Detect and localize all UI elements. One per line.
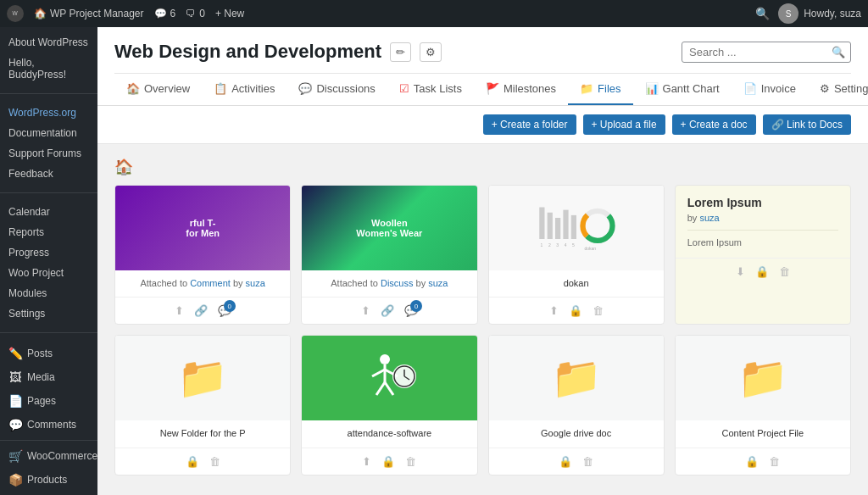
download-icon-4[interactable]: ⬇ (736, 265, 745, 278)
move-icon-2[interactable]: ⬆ (361, 304, 370, 317)
tab-gantt-label: Gantt Chart (663, 82, 720, 95)
project-settings-button[interactable]: ⚙ (420, 42, 442, 62)
sidebar-item-reports[interactable]: Reports (0, 222, 97, 242)
lock-icon-6[interactable]: 🔒 (381, 455, 395, 468)
file-card-attendance[interactable]: attendance-software ⬆ 🔒 🗑 (301, 335, 477, 475)
file-card-tshirt[interactable]: rful T-for Men Attached to Comment by su… (114, 185, 291, 325)
lock-icon-4[interactable]: 🔒 (755, 265, 769, 278)
lorem-title: Lorem Ipsum (676, 186, 850, 213)
tab-task-lists[interactable]: ☑ Task Lists (387, 74, 474, 105)
sidebar-item-media[interactable]: 🖼 Media (0, 365, 97, 389)
media-icon: 🖼 (8, 370, 22, 384)
move-icon[interactable]: ⬆ (175, 304, 184, 317)
dokan-chart-svg: 1 2 3 4 5 dokan (534, 192, 619, 264)
sidebar-item-calendar[interactable]: Calendar (0, 202, 97, 222)
lorem-by: by suza (676, 213, 850, 230)
sidebar-item-progress[interactable]: Progress (0, 242, 97, 263)
delete-icon-3[interactable]: 🗑 (593, 304, 604, 317)
sidebar-item-pages[interactable]: 📄 Pages (0, 389, 97, 413)
sidebar-item-products[interactable]: 📦 Products (0, 468, 97, 492)
admin-bar-user[interactable]: S Howdy, suza (778, 3, 861, 24)
lock-icon-7[interactable]: 🔒 (559, 455, 572, 468)
attendance-filename: attendance-software (310, 427, 468, 440)
sidebar-item-settings-proj[interactable]: Settings (0, 303, 97, 324)
sidebar: About WordPress Hello, BuddyPress! WordP… (0, 27, 97, 495)
comment-icon[interactable]: 💬 0 (218, 304, 231, 317)
delete-icon-6[interactable]: 🗑 (405, 455, 416, 468)
file-dokan-actions: ⬆ 🔒 🗑 (489, 297, 664, 324)
sidebar-item-support-forums[interactable]: Support Forums (0, 143, 97, 164)
file-dokan-preview: 1 2 3 4 5 dokan (489, 186, 664, 270)
file-card-new-folder[interactable]: 📁 New Folder for the P 🔒 🗑 (114, 335, 291, 475)
file-card-lorem[interactable]: Lorem Ipsum by suza Lorem Ipsum ⬇ 🔒 🗑 (675, 185, 851, 325)
svg-rect-6 (570, 214, 576, 238)
tab-milestones[interactable]: 🚩 Milestones (474, 74, 568, 105)
tab-discussions[interactable]: 💬 Discussions (287, 74, 387, 105)
move-icon-3[interactable]: ⬆ (549, 304, 559, 317)
sidebar-item-wordpress-org[interactable]: WordPress.org (0, 103, 97, 123)
sidebar-item-hello-buddypress[interactable]: Hello, BuddyPress! (0, 53, 97, 85)
comment-bubble-icon: 💬 (154, 8, 167, 19)
file-card-content-project[interactable]: 📁 Content Project File 🔒 🗑 (675, 335, 851, 475)
sidebar-item-about-wordpress[interactable]: About WordPress (0, 32, 97, 53)
admin-bar-site[interactable]: 🏠 WP Project Manager (34, 8, 144, 19)
delete-icon-8[interactable]: 🗑 (769, 455, 780, 468)
lock-icon-3[interactable]: 🔒 (569, 304, 582, 317)
admin-bar-comments[interactable]: 💬 6 (154, 8, 176, 19)
delete-icon-5[interactable]: 🗑 (209, 455, 220, 468)
link-icon[interactable]: 🔗 (194, 304, 208, 317)
file-attendance-actions: ⬆ 🔒 🗑 (302, 448, 476, 475)
file-card-dokan[interactable]: 1 2 3 4 5 dokan dokan ⬆ (488, 185, 665, 325)
sidebar-top-links: About WordPress Hello, BuddyPress! (0, 27, 97, 90)
woollen-discuss-link[interactable]: Discuss (381, 278, 414, 288)
comment-icon-2[interactable]: 💬 0 (404, 304, 418, 317)
search-input[interactable] (689, 46, 832, 58)
sidebar-pages-label: Pages (27, 395, 56, 407)
tab-overview[interactable]: 🏠 Overview (114, 74, 202, 105)
tab-files[interactable]: 📁 Files (568, 74, 632, 105)
file-woollen-preview: WoollenWomen's Wear (302, 186, 476, 270)
sidebar-item-comments[interactable]: 💬 Comments (0, 413, 97, 437)
sidebar-item-feedback[interactable]: Feedback (0, 164, 97, 184)
file-tshirt-info: Attached to Comment by suza (115, 270, 290, 297)
sidebar-item-posts[interactable]: ✏️ Posts (0, 342, 97, 365)
tab-settings[interactable]: ⚙ Settings (808, 74, 868, 105)
create-doc-button[interactable]: + Create a doc (672, 114, 756, 135)
delete-icon-7[interactable]: 🗑 (582, 455, 593, 468)
admin-bar-messages[interactable]: 🗨 0 (186, 8, 205, 19)
delete-icon-4[interactable]: 🗑 (779, 265, 790, 278)
svg-text:4: 4 (564, 242, 566, 248)
tab-overview-label: Overview (144, 82, 190, 95)
comment-badge: 0 (224, 300, 236, 312)
lock-icon-8[interactable]: 🔒 (745, 455, 759, 468)
project-edit-button[interactable]: ✏ (390, 42, 411, 62)
move-icon-6[interactable]: ⬆ (362, 455, 371, 468)
admin-bar-search-icon[interactable]: 🔍 (755, 7, 770, 20)
file-card-woollen[interactable]: WoollenWomen's Wear Attached to Discuss … (301, 185, 477, 325)
tshirt-by-link[interactable]: suza (246, 278, 265, 288)
sidebar-item-woocommerce[interactable]: 🛒 WooCommerce (0, 444, 97, 468)
sidebar-item-woo-project[interactable]: Woo Project (0, 263, 97, 283)
link-to-docs-button[interactable]: 🔗 Link to Docs (763, 114, 851, 135)
tab-gantt[interactable]: 📊 Gantt Chart (633, 74, 732, 105)
sidebar-item-documentation[interactable]: Documentation (0, 123, 97, 143)
tshirt-comment-link[interactable]: Comment (190, 278, 231, 288)
wp-icon-item[interactable]: W (7, 5, 24, 22)
comment-badge-2: 0 (410, 300, 422, 312)
tab-invoice[interactable]: 📄 Invoice (732, 74, 808, 105)
tab-activities[interactable]: 📋 Activities (202, 74, 287, 105)
file-card-google-drive[interactable]: 📁 Google drive doc 🔒 🗑 (488, 335, 665, 475)
upload-file-button[interactable]: + Upload a file (583, 114, 665, 135)
admin-bar-new[interactable]: + New (215, 8, 244, 19)
create-folder-button[interactable]: + Create a folder (483, 114, 576, 135)
home-breadcrumb-icon[interactable]: 🏠 (114, 159, 133, 175)
lock-icon-5[interactable]: 🔒 (186, 455, 199, 468)
sidebar-item-modules[interactable]: Modules (0, 283, 97, 303)
project-title-row: Web Design and Development ✏ ⚙ 🔍 (114, 41, 851, 63)
link-icon-2[interactable]: 🔗 (381, 304, 394, 317)
woollen-by-link[interactable]: suza (428, 278, 448, 288)
task-lists-tab-icon: ☑ (399, 82, 409, 95)
products-icon: 📦 (8, 473, 22, 487)
comments-icon: 💬 (8, 418, 22, 431)
project-search-box[interactable]: 🔍 (682, 42, 851, 63)
